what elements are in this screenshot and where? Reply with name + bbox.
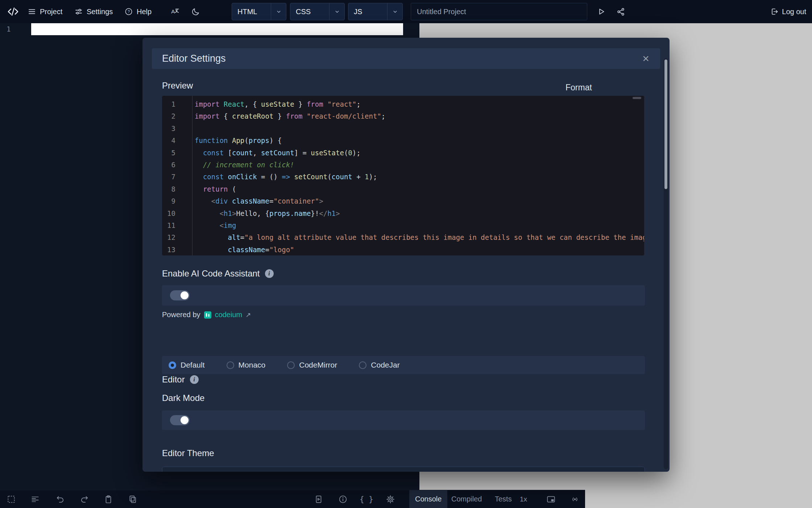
chevron-down-icon[interactable]	[329, 3, 344, 20]
run-button[interactable]	[596, 0, 606, 23]
radio-option-codemirror[interactable]: CodeMirror	[287, 361, 337, 369]
logout-button[interactable]: Log out	[770, 0, 806, 23]
line-number: 9	[162, 195, 192, 207]
ai-assistant-section-label: Enable AI Code Assistant i	[162, 269, 274, 279]
dark-mode-section-label: Dark Mode	[162, 393, 204, 403]
editor-theme-section-label: Editor Theme	[162, 448, 214, 458]
line-number: 11	[162, 220, 192, 232]
radio-button[interactable]	[227, 361, 234, 369]
code-line: const [count, setCount] = useState(0);	[195, 147, 644, 159]
zoom-level-button[interactable]: 1x	[520, 490, 527, 508]
dark-mode-moon-icon[interactable]	[191, 0, 200, 23]
info-icon[interactable]: i	[265, 269, 274, 278]
svg-text:?: ?	[128, 9, 130, 14]
line-number: 5	[162, 147, 192, 159]
code-line	[195, 123, 644, 135]
modal-scrollbar-track[interactable]	[664, 58, 668, 469]
js-editor-select[interactable]: JS	[348, 3, 403, 20]
preview-label: Preview	[162, 81, 193, 91]
chevron-down-icon[interactable]	[271, 3, 286, 20]
line-number: 4	[162, 135, 192, 147]
code-line: <div className="container">	[195, 195, 644, 207]
broadcast-icon[interactable]	[568, 492, 582, 507]
code-line: <h1>Hello, {props.name}!</h1>	[195, 208, 644, 220]
tab-console[interactable]: Console	[409, 490, 447, 508]
clipboard-icon[interactable]	[101, 492, 116, 507]
editor-section-label: Editor i	[162, 374, 199, 385]
info-icon[interactable]	[336, 492, 350, 507]
codeium-link[interactable]: codeium	[215, 311, 243, 319]
code-scrollbar-thumb[interactable]	[633, 97, 641, 99]
help-menu-label: Help	[137, 8, 152, 16]
radio-label: Default	[181, 361, 205, 369]
translate-icon[interactable]: A	[170, 0, 180, 23]
radio-button-selected[interactable]	[169, 361, 176, 369]
modal-header: Editor Settings ×	[152, 48, 660, 69]
radio-label: CodeJar	[371, 361, 399, 369]
css-editor-select[interactable]: CSS	[290, 3, 345, 20]
project-title-input[interactable]	[411, 3, 587, 20]
code-preview-editor[interactable]: 12345678910111213 import React, { useSta…	[162, 96, 644, 255]
project-menu-label: Project	[40, 8, 62, 16]
tab-compiled[interactable]: Compiled	[446, 490, 488, 508]
braces-icon[interactable]: { }	[359, 492, 374, 507]
app-logo-icon[interactable]	[5, 0, 21, 23]
code-line: <img	[195, 220, 644, 232]
radio-option-codejar[interactable]: CodeJar	[359, 361, 399, 369]
radio-button[interactable]	[359, 361, 366, 369]
picture-in-picture-icon[interactable]	[544, 492, 558, 507]
html-editor-select-label: HTML	[232, 3, 271, 20]
share-button[interactable]	[616, 0, 625, 23]
code-line: className="logo"	[195, 244, 644, 255]
select-region-icon[interactable]	[4, 492, 18, 507]
settings-menu-label: Settings	[87, 8, 113, 16]
app-header: Project Settings ? Help A HTML CSS JS	[0, 0, 812, 23]
editor-theme-label-text: Editor Theme	[162, 448, 214, 458]
codeium-logo-icon	[204, 311, 212, 319]
format-code-icon[interactable]	[28, 492, 42, 507]
dark-mode-toggle[interactable]	[170, 415, 190, 425]
close-icon[interactable]: ×	[642, 48, 649, 69]
code-line: import React, { useState } from "react";	[195, 98, 644, 110]
sliders-icon	[74, 7, 83, 16]
radio-button[interactable]	[287, 361, 295, 369]
hamburger-icon	[28, 7, 36, 16]
code-line: return (	[195, 183, 644, 195]
undo-icon[interactable]	[53, 492, 67, 507]
logout-label: Log out	[782, 8, 806, 16]
copy-icon[interactable]	[125, 492, 140, 507]
modal-scrollbar-thumb[interactable]	[664, 60, 667, 189]
line-number: 2	[162, 110, 192, 122]
line-number: 8	[162, 183, 192, 195]
editor-line-number: 1	[7, 25, 11, 33]
modal-title: Editor Settings	[162, 48, 226, 69]
editor-theme-select[interactable]	[162, 467, 645, 472]
external-link-icon: ↗	[245, 311, 251, 319]
tab-tests[interactable]: Tests	[489, 490, 518, 508]
ai-assistant-toggle[interactable]	[170, 290, 190, 300]
info-icon[interactable]: i	[190, 375, 199, 384]
radio-label: CodeMirror	[299, 361, 337, 369]
help-menu-button[interactable]: ? Help	[124, 0, 152, 23]
code-line: alt="a long alt attribute value that des…	[195, 232, 644, 243]
format-button[interactable]: Format	[566, 83, 592, 93]
editor-settings-modal: Editor Settings × Preview Format 1234567…	[142, 38, 670, 472]
export-file-icon[interactable]	[311, 492, 326, 507]
radio-option-monaco[interactable]: Monaco	[227, 361, 266, 369]
chevron-down-icon[interactable]	[387, 3, 402, 20]
tools-bar: { } Console Compiled Tests 1x	[0, 490, 585, 508]
line-number: 6	[162, 159, 192, 171]
settings-menu-button[interactable]: Settings	[74, 0, 113, 23]
ai-assistant-label-text: Enable AI Code Assistant	[162, 269, 260, 279]
css-editor-select-label: CSS	[290, 3, 329, 20]
line-number: 13	[162, 244, 192, 255]
editor-active-line[interactable]	[31, 23, 403, 35]
question-circle-icon: ?	[124, 7, 133, 16]
html-editor-select[interactable]: HTML	[232, 3, 286, 20]
gear-icon[interactable]	[383, 492, 398, 507]
radio-option-default[interactable]: Default	[169, 361, 205, 369]
redo-icon[interactable]	[77, 492, 92, 507]
powered-by-codeium: Powered by codeium ↗	[162, 311, 251, 319]
dark-mode-label-text: Dark Mode	[162, 393, 204, 403]
project-menu-button[interactable]: Project	[28, 0, 62, 23]
